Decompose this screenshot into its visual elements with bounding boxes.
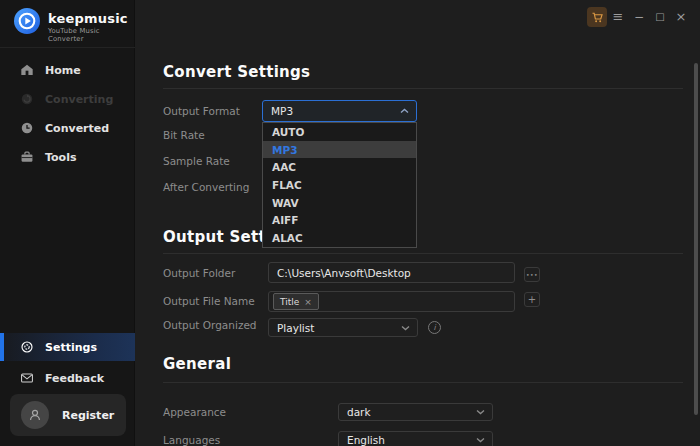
scrollbar-thumb[interactable] [694,63,698,415]
home-icon [20,63,34,77]
sidebar-item-feedback[interactable]: Feedback [0,364,135,392]
appearance-value: dark [347,406,371,418]
register-button[interactable]: Register [10,394,126,436]
sidebar-item-converting[interactable]: Converting [0,85,135,113]
sidebar-item-settings[interactable]: Settings [0,333,135,361]
user-icon [27,407,43,423]
sidebar-item-home[interactable]: Home [0,56,135,84]
converting-icon [20,92,34,106]
chevron-down-icon [401,325,410,331]
languages-label: Languages [163,434,220,446]
output-folder-label: Output Folder [163,267,235,279]
output-organized-label: Output Organized [163,319,257,331]
dropdown-option-wav[interactable]: WAV [263,194,416,212]
output-folder-input[interactable]: C:\Users\Anvsoft\Desktop [268,262,515,283]
sidebar-item-label: Settings [45,341,97,354]
languages-value: English [347,434,385,446]
sample-rate-label: Sample Rate [163,155,230,167]
sidebar-item-label: Feedback [45,372,104,385]
section-title-general: General [163,355,231,373]
sidebar-item-converted[interactable]: Converted [0,114,135,142]
cart-icon [591,11,604,24]
dropdown-option-aiff[interactable]: AIFF [263,212,416,230]
output-format-select[interactable]: MP3 [262,100,417,122]
sidebar-item-label: Tools [45,151,76,164]
app-subtitle: YouTube Music Converter [48,27,134,43]
keepmusic-logo-icon [14,8,40,34]
sidebar-item-label: Home [45,64,81,77]
tools-briefcase-icon [20,150,34,164]
minimize-button[interactable]: − [630,7,648,27]
divider [163,253,683,254]
tag-remove-icon[interactable]: × [304,297,312,307]
output-folder-value: C:\Users\Anvsoft\Desktop [277,267,411,279]
info-icon: i [428,321,441,334]
output-format-dropdown: AUTO MP3 AAC FLAC WAV AIFF ALAC [262,122,417,248]
appearance-select[interactable]: dark [338,403,493,421]
divider [163,88,683,89]
avatar [21,401,49,429]
output-format-label: Output Format [163,105,240,117]
sidebar-item-label: Converted [45,122,109,135]
divider [0,47,135,48]
maximize-button[interactable]: □ [651,7,669,27]
close-button[interactable]: × [672,7,690,27]
dropdown-option-aac[interactable]: AAC [263,158,416,176]
add-tag-button[interactable]: + [524,292,540,307]
sidebar-item-label: Converting [45,93,113,106]
sidebar: keepmusic YouTube Music Converter Home C… [0,0,135,446]
dropdown-option-flac[interactable]: FLAC [263,176,416,194]
feedback-envelope-icon [20,371,34,385]
browse-button[interactable]: ••• [524,267,540,282]
menu-icon[interactable]: ≡ [609,7,627,27]
dropdown-option-alac[interactable]: ALAC [263,229,416,247]
app-title: keepmusic [48,11,128,26]
output-format-value: MP3 [271,105,293,117]
output-file-name-input[interactable]: Title × [268,291,515,312]
divider [163,382,683,383]
file-name-tag[interactable]: Title × [273,293,319,310]
bit-rate-label: Bit Rate [163,129,205,141]
output-file-name-label: Output File Name [163,295,255,307]
output-organized-select[interactable]: Playlist [268,318,418,337]
converted-clock-icon [20,121,34,135]
after-converting-label: After Converting [163,181,249,193]
file-name-tag-label: Title [280,297,299,307]
appearance-label: Appearance [163,406,226,418]
app-window: keepmusic YouTube Music Converter Home C… [0,0,700,446]
sidebar-item-tools[interactable]: Tools [0,143,135,171]
chevron-up-icon [400,108,409,114]
section-title-convert-settings: Convert Settings [163,63,310,81]
settings-gear-icon [20,340,34,354]
chevron-down-icon [476,409,485,415]
register-label: Register [62,409,114,422]
chevron-down-icon [476,437,485,443]
dropdown-option-mp3[interactable]: MP3 [263,141,416,159]
output-organized-value: Playlist [277,322,314,334]
languages-select[interactable]: English [338,431,493,446]
dropdown-option-auto[interactable]: AUTO [263,123,416,141]
cart-button[interactable] [587,7,607,27]
